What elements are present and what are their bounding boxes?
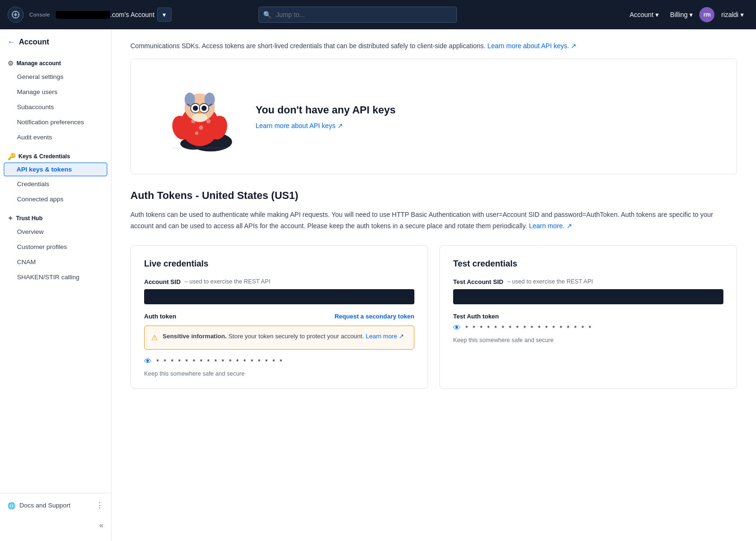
search-input[interactable] (258, 7, 457, 23)
billing-menu-item[interactable]: Billing ▾ (665, 8, 697, 21)
account-dropdown-button[interactable]: ▾ (157, 8, 172, 22)
trust-icon: ✦ (8, 215, 13, 222)
console-logo[interactable] (8, 7, 24, 23)
test-keep-safe-text: Keep this somewhere safe and secure (453, 337, 723, 343)
sidebar-item-manage-users[interactable]: Manage users (4, 85, 107, 99)
search-icon: 🔍 (263, 11, 271, 18)
globe-icon: 🌐 (8, 502, 16, 509)
test-auth-token-label: Test Auth token (453, 313, 723, 320)
sidebar-section-title-trust: ✦ Trust Hub (0, 211, 111, 224)
sidebar-footer: 🌐 Docs and Support ⋮ (0, 493, 111, 517)
test-account-sid-label: Test Account SID – used to exercise the … (453, 278, 723, 285)
account-area: ██████████.com's Account ▾ (56, 8, 172, 22)
live-keep-safe-text: Keep this somewhere safe and secure (144, 370, 414, 377)
account-sid-note: – used to exercise the REST API (184, 278, 270, 285)
live-credentials-title: Live credentials (144, 259, 414, 269)
auth-tokens-description: Auth tokens can be used to authenticate … (130, 209, 737, 232)
sidebar-back-button[interactable]: ← Account (0, 29, 111, 52)
auth-tokens-section-title: Auth Tokens - United States (US1) (130, 189, 737, 202)
svg-point-1 (14, 13, 17, 16)
sidebar-section-title-manage: ⚙ Manage account (0, 56, 111, 69)
sidebar-item-shaken-stir[interactable]: SHAKEN/STIR calling (4, 270, 107, 284)
sidebar-item-general-settings[interactable]: General settings (4, 69, 107, 84)
empty-state-heading: You don't have any API keys (256, 104, 395, 116)
account-name: ██████████.com's Account (56, 11, 155, 18)
top-description: Communications SDKs. Access tokens are s… (130, 29, 737, 59)
sensitive-learn-more-link[interactable]: Learn more ↗ (366, 333, 404, 340)
console-label: Console (29, 12, 50, 17)
warning-icon: ⚠ (151, 332, 158, 343)
illustration (146, 78, 241, 155)
key-icon: 🔑 (8, 153, 16, 160)
account-sid-label: Account SID – used to exercise the REST … (144, 278, 414, 285)
eye-icon-test[interactable]: 👁 (453, 324, 461, 332)
credentials-grid: Live credentials Account SID – used to e… (130, 245, 737, 389)
test-credentials-card: Test credentials Test Account SID – used… (439, 245, 737, 389)
topnav: Console ██████████.com's Account ▾ 🔍 Acc… (0, 0, 756, 29)
layout: ← Account ⚙ Manage account General setti… (0, 29, 756, 541)
svg-point-21 (199, 126, 203, 130)
gear-icon: ⚙ (8, 60, 14, 67)
empty-state-text: You don't have any API keys Learn more a… (256, 104, 395, 129)
back-arrow-icon: ← (8, 38, 15, 46)
test-token-value-row: 👁 * * * * * * * * * * * * * * * * * * (453, 324, 723, 332)
sidebar-item-api-keys-tokens[interactable]: API keys & tokens (4, 163, 107, 176)
user-avatar[interactable]: rm (699, 7, 714, 22)
topnav-right: Account ▾ Billing ▾ rm rizaldi ▾ (625, 7, 748, 22)
account-sid-value (144, 289, 414, 304)
eye-icon-live[interactable]: 👁 (144, 357, 152, 366)
sidebar-item-customer-profiles[interactable]: Customer profiles (4, 240, 107, 254)
sidebar-collapse-button[interactable]: ⋮ (96, 501, 103, 510)
sidebar-back-label: Account (19, 38, 49, 46)
svg-point-14 (193, 106, 198, 111)
sidebar: ← Account ⚙ Manage account General setti… (0, 29, 112, 541)
sidebar-item-cnam[interactable]: CNAM (4, 255, 107, 269)
svg-point-22 (206, 119, 210, 123)
user-menu-item[interactable]: rizaldi ▾ (716, 8, 748, 21)
svg-point-23 (195, 132, 198, 135)
test-account-sid-value (453, 289, 723, 304)
sidebar-item-audit-events[interactable]: Audit events (4, 130, 107, 145)
learn-more-api-keys-link[interactable]: Learn more about API keys. ↗ (488, 42, 577, 50)
console-section: Console (29, 12, 50, 17)
live-token-stars: * * * * * * * * * * * * * * * * * * (156, 358, 284, 365)
auth-token-header: Auth token Request a secondary token (144, 313, 414, 320)
request-secondary-token-link[interactable]: Request a secondary token (335, 313, 414, 320)
sensitive-warning: ⚠ Sensitive information. Store your toke… (144, 326, 414, 350)
main-content: Communications SDKs. Access tokens are s… (112, 29, 756, 541)
sidebar-item-notification-prefs[interactable]: Notification preferences (4, 115, 107, 129)
live-credentials-card: Live credentials Account SID – used to e… (130, 245, 428, 389)
sidebar-section-trust-hub: ✦ Trust Hub Overview Customer profiles C… (0, 211, 111, 285)
sidebar-section-title-keys: 🔑 Keys & Credentials (0, 149, 111, 162)
search-area: 🔍 (258, 7, 457, 23)
test-account-sid-note: – used to exercise the REST API (507, 278, 593, 285)
sidebar-item-subaccounts[interactable]: Subaccounts (4, 100, 107, 114)
svg-point-15 (201, 106, 206, 111)
auth-tokens-learn-more-link[interactable]: Learn more. ↗ (529, 222, 572, 230)
docs-support-link[interactable]: 🌐 Docs and Support (8, 502, 70, 509)
account-menu-item[interactable]: Account ▾ (625, 8, 663, 21)
test-credentials-title: Test credentials (453, 259, 723, 269)
empty-state-card: You don't have any API keys Learn more a… (130, 59, 737, 174)
live-token-value-row: 👁 * * * * * * * * * * * * * * * * * * (144, 357, 414, 366)
sidebar-item-connected-apps[interactable]: Connected apps (4, 192, 107, 206)
sidebar-item-overview[interactable]: Overview (4, 224, 107, 239)
sidebar-item-credentials[interactable]: Credentials (4, 177, 107, 191)
empty-state-learn-more-link[interactable]: Learn more about API keys ↗ (256, 122, 343, 129)
svg-point-24 (192, 113, 207, 122)
sidebar-section-keys: 🔑 Keys & Credentials API keys & tokens C… (0, 149, 111, 207)
auth-token-label: Auth token (144, 313, 176, 320)
test-token-stars: * * * * * * * * * * * * * * * * * * (465, 324, 593, 332)
account-name-redacted: ██████████ (56, 11, 110, 18)
sidebar-section-manage-account: ⚙ Manage account General settings Manage… (0, 56, 111, 145)
sidebar-collapse-arrow[interactable]: « (8, 521, 103, 530)
